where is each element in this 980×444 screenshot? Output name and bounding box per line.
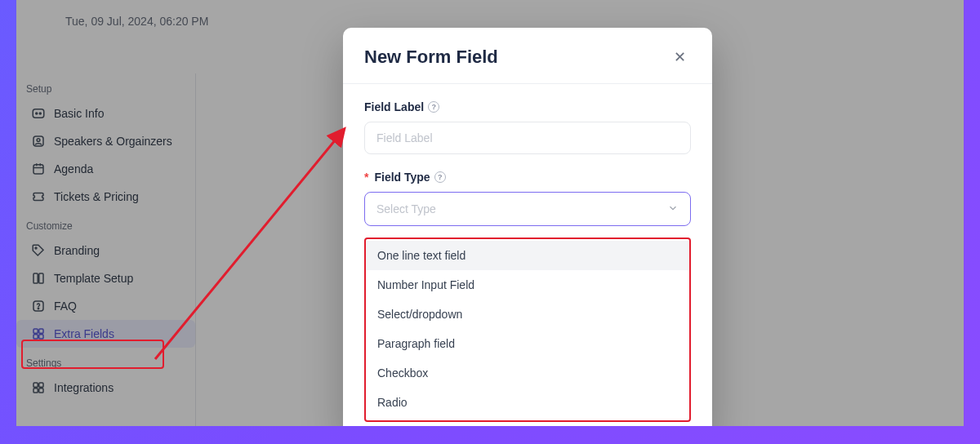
option-radio[interactable]: Radio	[366, 388, 689, 417]
chevron-down-icon	[667, 202, 679, 216]
modal-title: New Form Field	[364, 47, 498, 68]
svg-rect-5	[33, 165, 43, 174]
required-asterisk: *	[364, 171, 368, 184]
option-checkbox[interactable]: Checkbox	[366, 358, 689, 388]
sidebar-item-tickets[interactable]: Tickets & Pricing	[16, 183, 195, 211]
svg-rect-8	[39, 273, 43, 283]
sidebar-item-label: Agenda	[54, 162, 93, 175]
sidebar-item-faq[interactable]: FAQ	[16, 292, 195, 320]
field-type-dropdown: One line text field Number Input Field S…	[364, 238, 691, 422]
question-icon	[31, 299, 46, 313]
section-setup: Setup	[16, 73, 195, 100]
sidebar-item-agenda[interactable]: Agenda	[16, 155, 195, 183]
tag-icon	[31, 243, 46, 258]
sidebar-item-template[interactable]: Template Setup	[16, 264, 195, 292]
sidebar-item-label: Speakers & Orgainzers	[54, 135, 172, 148]
sidebar-item-label: Template Setup	[54, 272, 133, 285]
sidebar-item-basic-info[interactable]: Basic Info	[16, 100, 195, 127]
svg-rect-13	[33, 335, 38, 339]
help-icon[interactable]: ?	[434, 171, 446, 183]
svg-rect-15	[33, 383, 38, 387]
sidebar-item-label: Basic Info	[54, 107, 104, 120]
grid-icon	[31, 326, 46, 341]
field-type-select[interactable]: Select Type	[364, 192, 691, 226]
ticket-icon	[31, 189, 46, 204]
svg-point-1	[36, 113, 38, 114]
svg-rect-14	[39, 335, 43, 339]
svg-rect-7	[33, 273, 38, 283]
svg-point-6	[35, 247, 37, 249]
field-type-caption: Field Type	[374, 171, 430, 184]
page-datetime: Tue, 09 Jul, 2024, 06:20 PM	[65, 15, 947, 28]
layout-icon	[31, 271, 46, 286]
sidebar-item-extra-fields[interactable]: Extra Fields	[16, 320, 195, 348]
sidebar-item-branding[interactable]: Branding	[16, 237, 195, 264]
info-icon	[31, 106, 46, 121]
svg-rect-18	[39, 388, 43, 393]
svg-point-4	[37, 139, 40, 142]
user-icon	[31, 134, 46, 149]
field-label-input[interactable]	[364, 122, 691, 154]
sidebar-item-speakers[interactable]: Speakers & Orgainzers	[16, 127, 195, 155]
sidebar: Setup Basic Info Speakers & Orgainzers A…	[16, 73, 196, 426]
sidebar-item-label: Branding	[54, 244, 100, 257]
svg-rect-16	[39, 383, 43, 387]
svg-rect-11	[33, 329, 38, 333]
sidebar-item-label: FAQ	[54, 300, 77, 313]
close-icon: ✕	[674, 49, 686, 65]
calendar-icon	[31, 162, 46, 176]
option-select-dropdown[interactable]: Select/dropdown	[366, 300, 689, 329]
new-form-field-modal: New Form Field ✕ Field Label ? * Field T…	[343, 28, 712, 426]
section-customize: Customize	[16, 211, 195, 237]
select-placeholder: Select Type	[376, 202, 436, 215]
sidebar-item-integrations[interactable]: Integrations	[16, 374, 195, 402]
integration-icon	[31, 380, 46, 395]
option-number-input[interactable]: Number Input Field	[366, 270, 689, 300]
svg-rect-0	[33, 109, 44, 118]
svg-point-2	[39, 113, 41, 114]
svg-rect-17	[33, 388, 38, 393]
sidebar-item-label: Tickets & Pricing	[54, 190, 139, 203]
svg-point-10	[38, 308, 38, 309]
option-one-line-text[interactable]: One line text field	[366, 241, 689, 270]
field-label-caption: Field Label	[364, 100, 424, 113]
sidebar-item-label: Integrations	[54, 381, 114, 394]
section-settings: Settings	[16, 348, 195, 374]
option-paragraph[interactable]: Paragraph field	[366, 329, 689, 358]
sidebar-item-label: Extra Fields	[54, 327, 114, 340]
close-button[interactable]: ✕	[668, 46, 691, 69]
svg-rect-12	[39, 329, 43, 333]
help-icon[interactable]: ?	[428, 101, 439, 113]
